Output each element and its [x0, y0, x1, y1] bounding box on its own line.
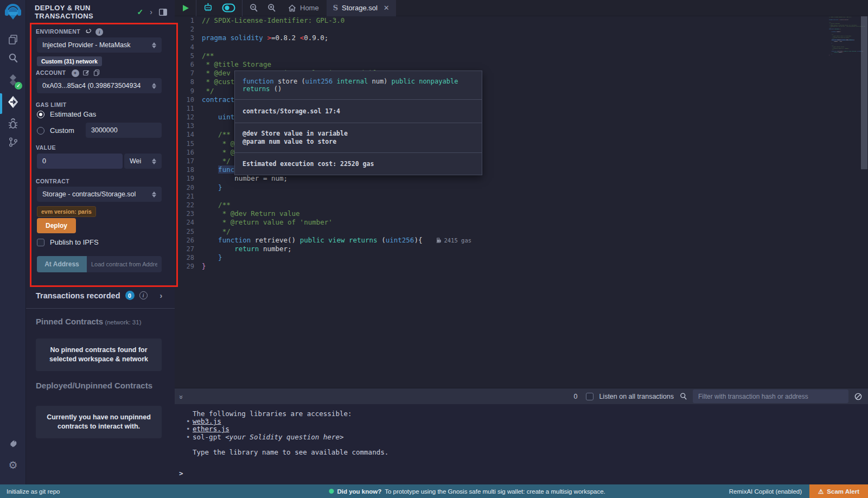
estimated-gas-radio[interactable]: Estimated Gas	[37, 110, 96, 118]
git-init-button[interactable]: Initialize as git repo	[0, 488, 60, 495]
code-line: 23 * @dev Return value	[175, 209, 860, 218]
git-icon[interactable]	[0, 135, 26, 150]
debugger-icon[interactable]	[0, 116, 26, 131]
deploy-button[interactable]: Deploy	[37, 218, 76, 233]
copilot-toggle-icon[interactable]	[218, 3, 240, 12]
run-script-icon[interactable]	[175, 4, 194, 12]
transactions-expand-icon[interactable]: ›	[160, 291, 163, 300]
listen-all-checkbox[interactable]	[586, 393, 593, 400]
function-hover-tooltip: function store (uint256 internal num) pu…	[234, 71, 482, 175]
panel-expand-icon[interactable]: ›	[150, 8, 152, 16]
settings-gear-icon[interactable]: ⚙	[0, 457, 26, 473]
code-line: 22 /**	[175, 201, 860, 209]
solidity-file-icon: S	[333, 4, 338, 12]
tooltip-location: contracts/Storage.sol 17:4	[235, 100, 482, 123]
code-line: 4	[175, 43, 860, 52]
code-line: 29}	[175, 262, 860, 271]
pinned-contracts-empty: No pinned contracts found for selected w…	[36, 339, 162, 371]
terminal[interactable]: The following libraries are accessible:•…	[175, 404, 868, 484]
at-address-button[interactable]: At Address	[37, 256, 87, 272]
environment-select[interactable]: Injected Provider - MetaMask	[37, 37, 162, 53]
scam-alert-button[interactable]: ⚠ Scam Alert	[809, 484, 868, 498]
terminal-search-icon[interactable]	[679, 392, 687, 400]
evm-version-badge: evm version: paris	[37, 206, 96, 217]
transactions-count-badge: 0	[125, 291, 135, 300]
did-you-know-tip: Did you know? To prototype using the Gno…	[329, 488, 605, 495]
code-line: 28 }	[175, 253, 860, 262]
editor-scrollbar	[860, 16, 868, 388]
account-select[interactable]: 0xA03...85ac4 (0.398673504934	[37, 78, 162, 93]
terminal-link[interactable]: ethers.js	[193, 425, 229, 433]
gas-estimate-badge: 2415 gas	[436, 236, 471, 245]
custom-gas-radio[interactable]: Custom	[37, 126, 74, 135]
publish-ipfs-checkbox[interactable]: Publish to IPFS	[37, 238, 99, 246]
terminal-toolbar: » 0 Listen on all transactions	[175, 388, 868, 404]
code-line: 25 */	[175, 227, 860, 236]
collapse-terminal-icon[interactable]: »	[177, 395, 186, 397]
transactions-recorded-row[interactable]: Transactions recorded 0 i ›	[36, 291, 162, 300]
contract-label: CONTRACT	[36, 178, 69, 184]
deployed-contracts-empty: Currently you have no unpinned contracts…	[36, 406, 162, 438]
tooltip-signature: function store (uint256 internal num) pu…	[235, 71, 482, 100]
plug-icon[interactable]	[86, 28, 92, 34]
code-line: 3pragma solidity >=0.8.2 <0.9.0;	[175, 34, 860, 42]
terminal-tx-count: 0	[573, 393, 577, 400]
home-icon	[288, 4, 296, 12]
activity-bar: ✓ ⚙	[0, 0, 26, 484]
contract-select[interactable]: Storage - contracts/Storage.sol	[37, 187, 162, 202]
search-icon[interactable]	[0, 51, 26, 65]
at-address-input[interactable]	[87, 256, 162, 272]
terminal-prompt: >	[179, 469, 183, 477]
lightbulb-icon	[329, 489, 334, 494]
code-line: 20 }	[175, 183, 860, 192]
close-tab-icon[interactable]: ✕	[384, 4, 390, 12]
plugin-manager-icon[interactable]	[0, 437, 26, 452]
copilot-status[interactable]: RemixAI Copilot (enabled)	[729, 488, 809, 495]
chevron-updown-icon	[152, 42, 156, 48]
terminal-filter-input[interactable]	[693, 390, 848, 403]
terminal-line	[175, 441, 868, 449]
clear-console-icon[interactable]	[854, 392, 863, 401]
network-badge: Custom (31) network	[37, 56, 102, 66]
remixai-assistant-icon[interactable]	[199, 3, 218, 13]
deploy-run-panel: DEPLOY & RUN TRANSACTIONS ✓ › ENVIRONMEN…	[26, 0, 175, 484]
terminal-link[interactable]: web3.js	[193, 417, 221, 425]
remix-logo-icon[interactable]	[0, 3, 26, 22]
compile-success-badge: ✓	[15, 82, 22, 90]
terminal-line: The following libraries are accessible:	[175, 410, 868, 418]
transactions-info-icon[interactable]: i	[139, 291, 148, 299]
zoom-in-icon[interactable]	[263, 3, 280, 12]
terminal-line: •ethers.js	[175, 425, 868, 433]
panel-title: DEPLOY & RUN TRANSACTIONS	[35, 4, 132, 20]
deploy-and-run-icon[interactable]	[0, 93, 26, 111]
copy-address-icon[interactable]	[93, 69, 100, 76]
code-line: 1// SPDX-License-Identifier: GPL-3.0	[175, 16, 860, 25]
zoom-out-icon[interactable]	[245, 3, 263, 12]
custom-gas-input[interactable]: 3000000	[86, 123, 162, 138]
deployed-contracts-heading: Deployed/Unpinned Contracts	[36, 381, 152, 390]
environment-label: ENVIRONMENT i	[36, 28, 103, 36]
code-line: 21	[175, 192, 860, 201]
gas-limit-label: GAS LIMIT	[36, 101, 67, 108]
pin-panel-icon[interactable]	[159, 9, 167, 16]
environment-info-icon[interactable]: i	[95, 28, 103, 36]
value-input[interactable]: 0	[37, 154, 123, 169]
account-label: ACCOUNT +	[36, 69, 100, 77]
status-bar: Initialize as git repo Did you know? To …	[0, 484, 868, 498]
code-line: 26 function retrieve() public view retur…	[175, 236, 860, 245]
add-account-icon[interactable]: +	[72, 69, 79, 77]
terminal-line: Type the library name to see available c…	[175, 449, 868, 456]
solidity-compiler-icon[interactable]: ✓	[0, 72, 26, 88]
listen-all-label: Listen on all transactions	[599, 393, 674, 400]
file-explorer-icon[interactable]	[0, 33, 26, 47]
code-line: 19 number = num;	[175, 174, 860, 183]
value-unit-select[interactable]: Wei	[124, 154, 162, 169]
sign-message-icon[interactable]	[83, 69, 90, 76]
scrollbar-thumb[interactable]	[861, 16, 867, 169]
tab-home[interactable]: Home	[280, 4, 327, 12]
tab-storage-sol[interactable]: S Storage.sol ✕	[327, 0, 396, 16]
code-line: 27 return number;	[175, 245, 860, 253]
code-line: 24 * @return value of 'number'	[175, 218, 860, 227]
terminal-line: •web3.js	[175, 418, 868, 425]
value-label: VALUE	[36, 144, 56, 151]
